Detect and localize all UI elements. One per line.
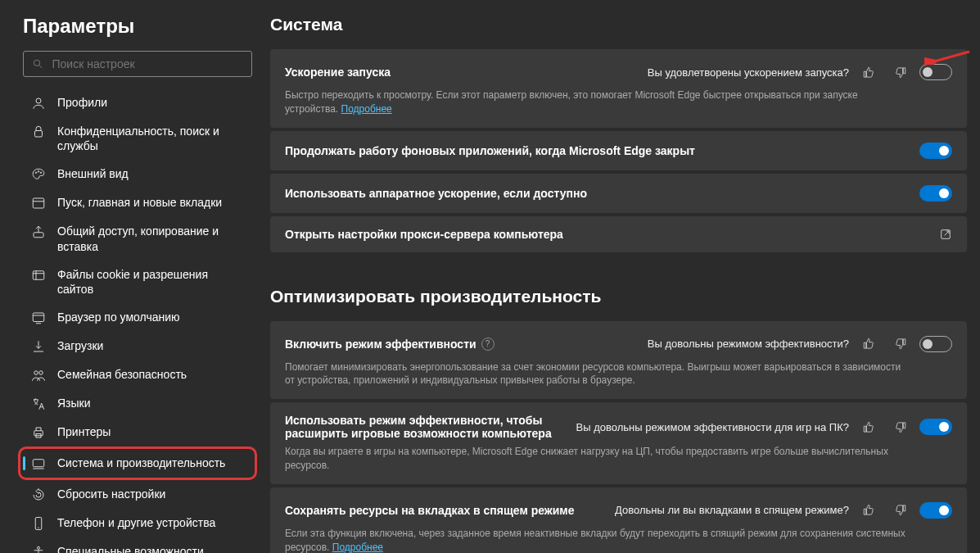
cookies-icon <box>31 268 46 283</box>
accessibility-icon <box>31 545 46 553</box>
sidebar-item-family[interactable]: Семейная безопасность <box>23 360 252 389</box>
card-title: Сохранять ресурсы на вкладках в спящем р… <box>285 504 575 517</box>
svg-rect-13 <box>33 313 44 322</box>
sidebar-item-downloads[interactable]: Загрузки <box>23 332 252 360</box>
default-icon <box>31 310 46 325</box>
startup-boost-toggle[interactable] <box>919 64 952 80</box>
sidebar-item-label: Конфиденциальность, поиск и службы <box>57 124 244 153</box>
family-icon <box>31 368 46 383</box>
sidebar-item-label: Внешний вид <box>57 166 129 181</box>
learn-more-link[interactable]: Подробнее <box>332 542 383 553</box>
svg-rect-3 <box>35 131 43 138</box>
sidebar-item-system[interactable]: Система и производительность <box>23 449 252 478</box>
sidebar-item-label: Файлы cookie и разрешения сайтов <box>57 267 244 297</box>
section-performance-title: Оптимизировать производительность <box>270 287 967 306</box>
thumbs-down-button[interactable] <box>888 499 911 522</box>
phone-icon <box>31 516 46 531</box>
sidebar-item-label: Браузер по умолчанию <box>57 310 180 324</box>
thumbs-up-button[interactable] <box>857 499 880 522</box>
printers-icon <box>31 425 46 440</box>
card-title: Ускорение запуска <box>285 66 391 79</box>
thumbs-up-button[interactable] <box>857 61 880 84</box>
sidebar-item-cookies[interactable]: Файлы cookie и разрешения сайтов <box>23 261 252 303</box>
search-input[interactable] <box>52 57 243 70</box>
thumbs-down-icon <box>894 66 906 79</box>
sidebar-item-accessibility[interactable]: Специальные возможности <box>23 537 252 553</box>
thumbs-up-icon <box>863 66 875 79</box>
sidebar-item-label: Семейная безопасность <box>57 367 187 382</box>
thumbs-down-button[interactable] <box>888 415 911 438</box>
sidebar-item-label: Профили <box>57 95 107 110</box>
hardware-accel-toggle[interactable] <box>919 185 952 202</box>
thumbs-down-icon <box>894 421 906 433</box>
section-system-title: Система <box>270 15 967 34</box>
start-icon <box>31 196 46 211</box>
sidebar-item-label: Телефон и другие устройства <box>57 515 215 530</box>
sidebar-item-printers[interactable]: Принтеры <box>23 418 252 446</box>
svg-point-17 <box>34 371 38 375</box>
sidebar-item-appearance[interactable]: Внешний вид <box>23 160 252 188</box>
sidebar-item-profiles[interactable]: Профили <box>23 88 252 117</box>
main-content: Система Ускорение запуска Вы удовлетворе… <box>270 0 980 553</box>
thumbs-down-button[interactable] <box>888 61 911 84</box>
thumbs-down-button[interactable] <box>888 333 911 356</box>
languages-icon <box>31 397 46 411</box>
svg-point-5 <box>38 171 39 173</box>
system-icon <box>31 456 46 471</box>
privacy-icon <box>31 125 46 139</box>
sidebar-item-privacy[interactable]: Конфиденциальность, поиск и службы <box>23 117 252 160</box>
efficiency-mode-toggle[interactable] <box>919 336 952 352</box>
thumbs-up-button[interactable] <box>857 333 880 356</box>
search-input-wrapper[interactable] <box>23 51 252 77</box>
svg-rect-19 <box>34 431 43 436</box>
thumbs-down-icon <box>894 338 906 350</box>
info-icon[interactable]: ? <box>481 338 495 351</box>
sidebar-item-languages[interactable]: Языки <box>23 389 252 418</box>
card-gaming-efficiency: Использовать режим эффективности, чтобы … <box>270 402 967 484</box>
sidebar-item-share[interactable]: Общий доступ, копирование и вставка <box>23 217 252 260</box>
profiles-icon <box>31 96 46 111</box>
sidebar-item-phone[interactable]: Телефон и другие устройства <box>23 509 252 537</box>
learn-more-link[interactable]: Подробнее <box>341 103 392 115</box>
feedback-question: Вы довольны режимом эффективности? <box>648 338 849 350</box>
search-icon <box>32 57 43 70</box>
external-link-icon <box>939 228 952 241</box>
sidebar-item-label: Специальные возможности <box>57 544 204 553</box>
thumbs-down-icon <box>894 504 906 516</box>
annotation-highlight: Система и производительность <box>18 446 257 480</box>
svg-rect-10 <box>33 271 44 280</box>
svg-rect-7 <box>33 198 44 208</box>
page-title: Параметры <box>23 15 252 38</box>
sidebar-item-label: Загрузки <box>57 338 103 353</box>
gaming-efficiency-toggle[interactable] <box>919 419 952 435</box>
card-title: Продолжать работу фоновых приложений, ко… <box>285 144 695 157</box>
sidebar-item-default[interactable]: Браузер по умолчанию <box>23 303 252 332</box>
sidebar-item-label: Языки <box>57 396 91 410</box>
background-apps-toggle[interactable] <box>919 143 952 159</box>
card-efficiency-mode: Включить режим эффективности ? Вы доволь… <box>270 321 967 400</box>
thumbs-up-icon <box>863 504 875 516</box>
card-desc: Когда вы играете в игры на компьютере, M… <box>285 445 907 473</box>
svg-line-1 <box>39 66 42 68</box>
downloads-icon <box>31 339 46 354</box>
thumbs-up-icon <box>863 338 875 350</box>
sidebar-item-start[interactable]: Пуск, главная и новые вкладки <box>23 188 252 217</box>
card-proxy-settings[interactable]: Открыть настройки прокси-сервера компьют… <box>270 216 967 252</box>
thumbs-up-button[interactable] <box>857 415 880 438</box>
reset-icon <box>31 487 46 502</box>
feedback-question: Вы удовлетворены ускорением запуска? <box>648 66 849 79</box>
svg-point-0 <box>34 60 39 66</box>
appearance-icon <box>31 167 46 182</box>
sidebar-item-label: Пуск, главная и новые вкладки <box>57 195 222 210</box>
sidebar-item-reset[interactable]: Сбросить настройки <box>23 480 252 509</box>
svg-point-18 <box>39 371 43 375</box>
sleeping-tabs-toggle[interactable] <box>919 502 952 519</box>
card-desc: Быстро переходить к просмотру. Если этот… <box>285 88 907 116</box>
sidebar-item-label: Сбросить настройки <box>57 487 165 501</box>
sidebar: Параметры ПрофилиКонфиденциальность, пои… <box>0 0 270 553</box>
sidebar-item-label: Принтеры <box>57 424 111 439</box>
card-hardware-accel: Использовать аппаратное ускорение, если … <box>270 174 967 213</box>
card-startup-boost: Ускорение запуска Вы удовлетворены ускор… <box>270 49 967 128</box>
svg-point-4 <box>35 172 37 174</box>
share-icon <box>31 224 46 239</box>
